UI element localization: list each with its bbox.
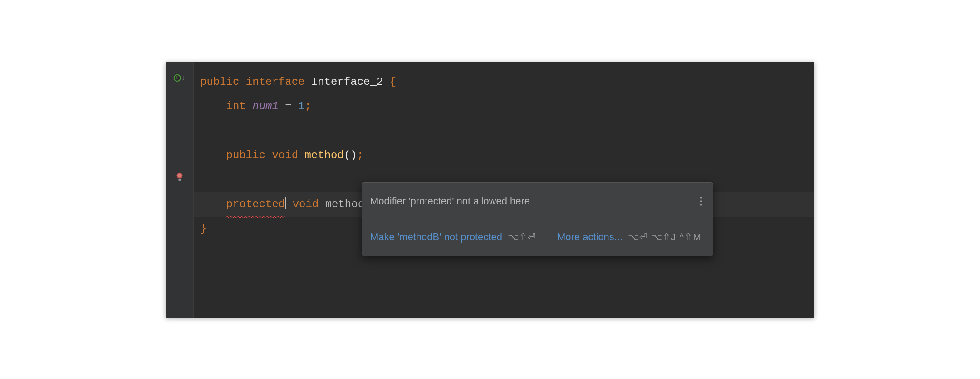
brace-open: { <box>390 76 396 88</box>
error-message: Modifier 'protected' not allowed here <box>370 189 530 214</box>
editor-content[interactable]: public interface Interface_2 { int num1 … <box>194 62 814 318</box>
popup-header: Modifier 'protected' not allowed here <box>362 183 713 219</box>
popup-actions-row: Make 'methodB' not protected ⌥⇧⏎ More ac… <box>362 219 713 256</box>
semicolon: ; <box>304 100 311 112</box>
intention-popup: Modifier 'protected' not allowed here Ma… <box>362 182 713 256</box>
shortcut-label: ⌥⏎ ⌥⇧J ^⇧M <box>628 225 701 249</box>
method-name: method <box>304 149 343 161</box>
keyword-interface: interface <box>246 76 305 88</box>
code-line[interactable]: public void method(); <box>194 143 814 168</box>
number-literal: 1 <box>298 100 304 112</box>
svg-rect-1 <box>178 179 181 180</box>
more-actions-link[interactable]: More actions... <box>557 225 622 249</box>
code-line[interactable]: int num1 = 1; <box>194 94 814 119</box>
type-int: int <box>226 100 246 112</box>
error-intention-bulb-icon[interactable] <box>175 171 185 181</box>
more-vertical-icon[interactable] <box>696 197 706 206</box>
keyword-public: public <box>226 149 265 161</box>
editor-gutter: I ↓ <box>166 62 194 318</box>
keyword-protected-error: protected <box>226 192 285 217</box>
implemented-down-icon[interactable]: I ↓ <box>173 74 186 82</box>
quickfix-make-not-protected[interactable]: Make 'methodB' not protected <box>370 225 502 249</box>
code-line-blank[interactable] <box>194 119 814 143</box>
semicolon: ; <box>357 149 363 161</box>
shortcut-label: ⌥⇧⏎ <box>508 225 536 249</box>
field-name: num1 <box>252 100 279 112</box>
keyword-void: void <box>272 149 298 161</box>
code-line[interactable]: public interface Interface_2 { <box>194 70 814 94</box>
class-name: Interface_2 <box>311 76 383 88</box>
equals: = <box>285 100 291 112</box>
keyword-void: void <box>293 198 319 210</box>
svg-rect-2 <box>178 180 181 180</box>
parens: () <box>344 149 357 161</box>
brace-close: } <box>200 223 206 235</box>
keyword-public: public <box>200 76 239 88</box>
code-editor[interactable]: I ↓ public interface Interface_2 { int n… <box>166 62 814 318</box>
text-caret <box>285 197 286 209</box>
